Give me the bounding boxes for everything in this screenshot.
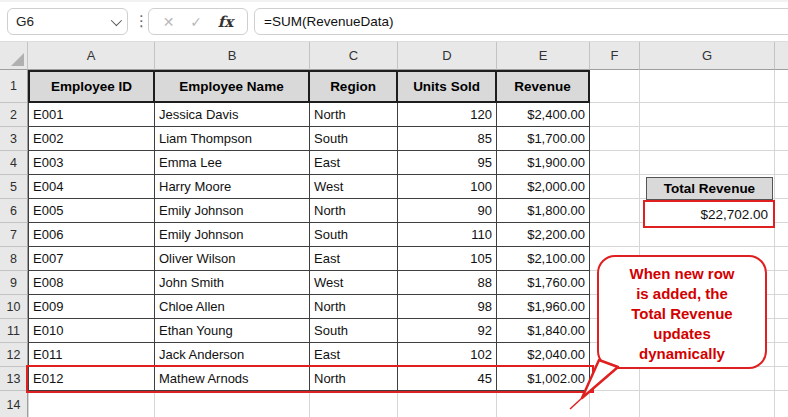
row-header[interactable]: 2 (0, 103, 28, 127)
header-cell-revenue[interactable]: Revenue (497, 70, 590, 103)
cell-region[interactable]: North (310, 103, 398, 127)
cell-employee-id[interactable]: E010 (28, 319, 155, 343)
cell-region[interactable]: East (310, 247, 398, 271)
cell-region[interactable]: West (310, 271, 398, 295)
cell-employee-id[interactable]: E001 (28, 103, 155, 127)
total-revenue-label[interactable]: Total Revenue (646, 177, 773, 200)
column-header-c[interactable]: C (310, 42, 398, 70)
cell-empty-f[interactable] (590, 175, 640, 199)
row-header[interactable]: 5 (0, 175, 28, 199)
row-header[interactable]: 14 (0, 391, 28, 417)
cell-units-sold[interactable]: 45 (398, 367, 497, 391)
cell-empty-g[interactable] (640, 70, 775, 103)
cell-units-sold[interactable]: 120 (398, 103, 497, 127)
cell-employee-id[interactable]: E008 (28, 271, 155, 295)
chevron-down-icon[interactable] (111, 14, 122, 25)
total-revenue-value[interactable]: $22,702.00 (643, 200, 775, 228)
cell-employee-id[interactable]: E002 (28, 127, 155, 151)
cell-empty-f[interactable] (590, 127, 640, 151)
header-cell-region[interactable]: Region (310, 70, 398, 103)
cell-employee-name[interactable]: Chloe Allen (155, 295, 310, 319)
name-box[interactable]: G6 (7, 8, 128, 35)
cell-revenue[interactable]: $1,840.00 (497, 319, 590, 343)
column-header-g[interactable]: G (640, 42, 775, 70)
cell-region[interactable]: North (310, 199, 398, 223)
cell-units-sold[interactable]: 95 (398, 151, 497, 175)
column-header-d[interactable]: D (398, 42, 497, 70)
cell-empty-f[interactable] (590, 199, 640, 223)
cell-empty-g[interactable] (640, 151, 775, 175)
row-header[interactable]: 9 (0, 271, 28, 295)
callout-shape[interactable]: When new row is added, the Total Revenue… (597, 255, 767, 369)
row-header[interactable]: 7 (0, 223, 28, 247)
cell-employee-name[interactable]: Oliver Wilson (155, 247, 310, 271)
cell-employee-id[interactable]: E006 (28, 223, 155, 247)
row-header[interactable]: 1 (0, 70, 28, 103)
select-all-button[interactable] (0, 42, 28, 70)
cell-employee-id[interactable]: E003 (28, 151, 155, 175)
cell-employee-name[interactable]: Mathew Arnods (155, 367, 310, 391)
cancel-icon[interactable]: ✕ (163, 14, 175, 30)
cell-employee-id[interactable]: E004 (28, 175, 155, 199)
cell-employee-name[interactable]: Harry Moore (155, 175, 310, 199)
cell-empty-g[interactable] (640, 127, 775, 151)
row-header[interactable]: 10 (0, 295, 28, 319)
row-header[interactable]: 3 (0, 127, 28, 151)
cell-empty-f[interactable] (590, 223, 640, 247)
cell-units-sold[interactable]: 88 (398, 271, 497, 295)
cell-revenue[interactable]: $2,400.00 (497, 103, 590, 127)
cell-employee-name[interactable]: Emily Johnson (155, 223, 310, 247)
cell-employee-id[interactable]: E005 (28, 199, 155, 223)
column-header-b[interactable]: B (155, 42, 310, 70)
cell-empty-g[interactable] (640, 103, 775, 127)
row-header[interactable]: 11 (0, 319, 28, 343)
cell-region[interactable]: East (310, 343, 398, 367)
cell-units-sold[interactable]: 98 (398, 295, 497, 319)
cell-revenue[interactable]: $1,800.00 (497, 199, 590, 223)
cell-employee-id[interactable]: E011 (28, 343, 155, 367)
cell-revenue[interactable]: $2,040.00 (497, 343, 590, 367)
cell-region[interactable]: East (310, 151, 398, 175)
cell-employee-name[interactable]: John Smith (155, 271, 310, 295)
cell-revenue[interactable]: $2,100.00 (497, 247, 590, 271)
cell-units-sold[interactable]: 90 (398, 199, 497, 223)
cell-revenue[interactable]: $1,002.00 (497, 367, 590, 391)
cell-empty-f[interactable] (590, 367, 640, 391)
cell-revenue[interactable]: $1,900.00 (497, 151, 590, 175)
cell-empty-f[interactable] (590, 151, 640, 175)
column-header-a[interactable]: A (28, 42, 155, 70)
column-header-e[interactable]: E (497, 42, 590, 70)
cell-revenue[interactable]: $1,760.00 (497, 271, 590, 295)
cell-units-sold[interactable]: 105 (398, 247, 497, 271)
cell-units-sold[interactable]: 92 (398, 319, 497, 343)
cell-empty-f[interactable] (590, 391, 640, 417)
cell-empty-f[interactable] (590, 103, 640, 127)
column-header-f[interactable]: F (590, 42, 640, 70)
header-cell-employee-name[interactable]: Employee Name (155, 70, 310, 103)
cell-region[interactable]: South (310, 127, 398, 151)
cell-employee-name[interactable]: Ethan Young (155, 319, 310, 343)
row-header[interactable]: 6 (0, 199, 28, 223)
cell-empty[interactable] (497, 391, 590, 417)
formula-input[interactable]: =SUM(RevenueData) (254, 8, 788, 35)
cell-region[interactable]: North (310, 295, 398, 319)
row-header[interactable]: 4 (0, 151, 28, 175)
cell-employee-id[interactable]: E009 (28, 295, 155, 319)
cell-region[interactable]: West (310, 175, 398, 199)
cell-revenue[interactable]: $2,200.00 (497, 223, 590, 247)
header-cell-units-sold[interactable]: Units Sold (398, 70, 497, 103)
cell-revenue[interactable]: $1,960.00 (497, 295, 590, 319)
cell-employee-name[interactable]: Jack Anderson (155, 343, 310, 367)
row-header[interactable]: 13 (0, 367, 28, 391)
cell-employee-name[interactable]: Emily Johnson (155, 199, 310, 223)
cell-revenue[interactable]: $1,700.00 (497, 127, 590, 151)
cell-employee-name[interactable]: Liam Thompson (155, 127, 310, 151)
enter-icon[interactable]: ✓ (190, 14, 202, 30)
cell-empty-g[interactable] (640, 391, 775, 417)
cell-employee-name[interactable]: Jessica Davis (155, 103, 310, 127)
cell-units-sold[interactable]: 102 (398, 343, 497, 367)
cell-region[interactable]: South (310, 319, 398, 343)
row-header[interactable]: 12 (0, 343, 28, 367)
cell-units-sold[interactable]: 110 (398, 223, 497, 247)
cell-units-sold[interactable]: 100 (398, 175, 497, 199)
